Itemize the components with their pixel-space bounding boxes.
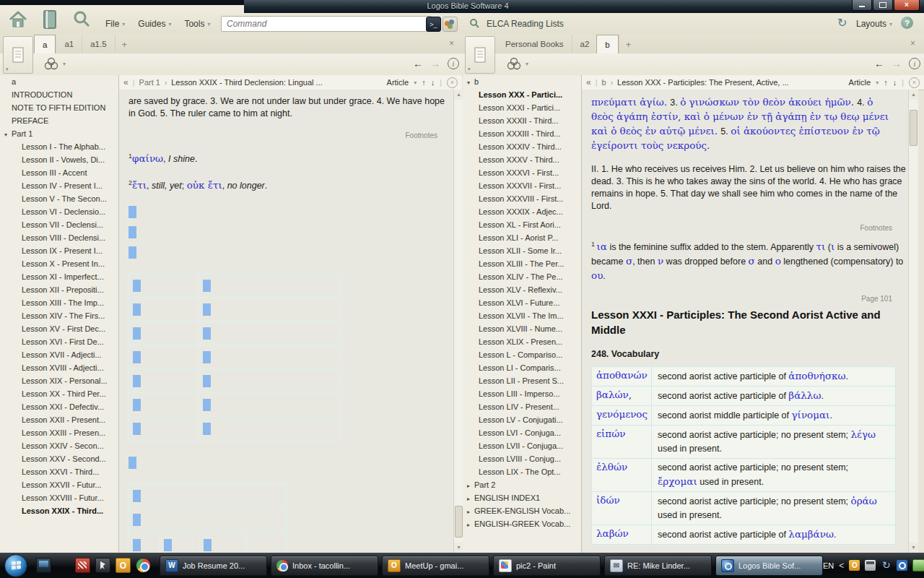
new-tab-button[interactable]: + xyxy=(115,35,134,53)
forward-icon[interactable]: → xyxy=(430,58,440,69)
scroll-down-icon[interactable]: ▼ xyxy=(909,543,918,553)
restore-button[interactable] xyxy=(873,0,893,11)
toc-item[interactable]: Lesson VIII - Declensi... xyxy=(0,231,118,244)
right-reading-content[interactable]: πνεύματι ἁγίω. 3. ὁ γινώσκων τὸν θεὸν ἀκ… xyxy=(582,90,908,553)
toc-item[interactable]: INTRODUCTION xyxy=(0,88,118,101)
chevron-down-icon[interactable]: ▾ xyxy=(467,77,474,88)
toc-item[interactable]: ▸Part 2 xyxy=(463,478,581,491)
breadcrumb-title[interactable]: Lesson XXIX - Third Declension: Lingual … xyxy=(171,78,323,87)
toc-item[interactable]: ▸GREEK-ENGLISH Vocab... xyxy=(463,504,581,517)
layouts-button[interactable]: Layouts ▾ xyxy=(856,19,892,29)
toc-item[interactable]: Lesson XLIV - The Pe... xyxy=(463,270,581,283)
tab-a1-5[interactable]: a1.5 xyxy=(82,35,114,53)
back-icon[interactable]: ← xyxy=(874,58,884,69)
left-reading-content[interactable]: are saved by grace. 3. We are not under … xyxy=(119,90,453,553)
toc-item[interactable]: Lesson XXII - Present... xyxy=(0,413,118,426)
global-search-text[interactable]: ELCA Reading Lists xyxy=(487,19,564,29)
toc-item[interactable]: Lesson XLIX - Presen... xyxy=(463,335,581,348)
toc-item[interactable]: Lesson XL - First Aori... xyxy=(463,218,581,231)
toc-item[interactable]: Lesson XX - Third Per... xyxy=(0,387,118,400)
toc-item[interactable]: Lesson XII - Prepositi... xyxy=(0,283,118,296)
forward-icon[interactable]: → xyxy=(892,58,902,69)
quick-monitor-icon[interactable] xyxy=(36,558,51,573)
toc-item[interactable]: a xyxy=(0,75,118,88)
toc-item[interactable]: Lesson XXXIV - Third... xyxy=(463,140,581,153)
right-panel-menu-button[interactable]: ▾ xyxy=(465,36,495,74)
toc-item[interactable]: Lesson LVIII - Conjug... xyxy=(463,452,581,465)
info-icon[interactable]: i xyxy=(909,58,920,69)
toc-item[interactable]: ▸ENGLISH INDEX1 xyxy=(463,491,581,504)
toc-item[interactable]: Lesson XXVI - Third... xyxy=(0,465,118,478)
toc-item[interactable]: Lesson XXVIII - Futur... xyxy=(0,491,118,504)
toc-item[interactable]: Lesson XXVII - Futur... xyxy=(0,478,118,491)
close-button[interactable]: × xyxy=(894,0,920,11)
toc-item[interactable]: NOTE TO FIFTH EDITION xyxy=(0,101,118,114)
toc-item[interactable]: PREFACE xyxy=(0,114,118,127)
toc-item[interactable]: Lesson XXXVI - First... xyxy=(463,166,581,179)
chevron-right-icon[interactable]: ▸ xyxy=(467,506,474,517)
toc-item[interactable]: Lesson XI - Imperfect... xyxy=(0,270,118,283)
toc-item[interactable]: Lesson II - Vowels, Di... xyxy=(0,153,118,166)
chevron-right-icon[interactable]: ▸ xyxy=(467,493,474,504)
home-button[interactable] xyxy=(4,7,32,33)
taskbar-button-outlook[interactable]: OMeetUp - gmai... xyxy=(382,556,489,576)
left-panel-menu-button[interactable]: ▾ xyxy=(3,36,33,74)
toc-item[interactable]: Lesson LI - Comparis... xyxy=(463,361,581,374)
tab-a2[interactable]: a2 xyxy=(572,35,598,53)
taskbar-button-logos[interactable]: Logos Bible Sof... xyxy=(715,556,823,576)
minimize-button[interactable] xyxy=(852,0,872,11)
close-reading-icon[interactable]: × xyxy=(909,77,920,88)
menu-tools[interactable]: Tools▾ xyxy=(184,19,210,29)
toc-item[interactable]: Lesson III - Accent xyxy=(0,166,118,179)
toc-item[interactable]: Lesson XXIV - Secon... xyxy=(0,439,118,452)
toc-item[interactable]: Lesson XXXVIII - First... xyxy=(463,192,581,205)
prev-article-icon[interactable]: ↑ xyxy=(884,78,888,87)
toc-item[interactable]: Lesson LVII - Conjuga... xyxy=(463,439,581,452)
start-button[interactable] xyxy=(4,554,27,577)
language-indicator[interactable]: EN xyxy=(823,561,834,570)
toc-item[interactable]: Lesson XXXV - Third... xyxy=(463,153,581,166)
toc-item[interactable]: Lesson L - Compariso... xyxy=(463,348,581,361)
quick-media-icon[interactable] xyxy=(95,558,110,573)
left-parallel-resources-button[interactable]: ▾ xyxy=(43,57,66,71)
scroll-up-icon[interactable]: ▲ xyxy=(909,90,918,100)
back-icon[interactable]: ← xyxy=(413,58,423,69)
next-article-icon[interactable]: ↓ xyxy=(893,78,897,87)
info-icon[interactable]: i xyxy=(448,58,459,69)
new-tab-button[interactable]: + xyxy=(619,35,638,53)
toc-item[interactable]: Lesson LIV - Present... xyxy=(463,400,581,413)
toc-item[interactable]: Lesson XXV - Second... xyxy=(0,452,118,465)
toc-item[interactable]: Lesson XLI - Aorist P... xyxy=(463,231,581,244)
toc-item[interactable]: Lesson XIII - The Imp... xyxy=(0,296,118,309)
toc-item[interactable]: Lesson LIII - Imperso... xyxy=(463,387,581,400)
quick-outlook-icon[interactable]: O xyxy=(116,558,131,573)
search-button[interactable] xyxy=(68,7,95,33)
magnifier-tray-icon[interactable] xyxy=(897,560,907,571)
taskbar-button-mail[interactable]: ✉RE: Mike Linder... xyxy=(604,556,712,576)
toc-item[interactable]: Lesson VII - Declensi... xyxy=(0,218,118,231)
menu-guides[interactable]: Guides▾ xyxy=(138,19,171,29)
toc-item[interactable]: Lesson LII - Present S... xyxy=(463,374,581,387)
hidden-icons-chevron[interactable]: < xyxy=(839,561,844,571)
left-scroll-thumb[interactable] xyxy=(455,506,463,538)
toc-item[interactable]: Lesson LIX - The Opt... xyxy=(463,465,581,478)
right-panel-close-icon[interactable]: × xyxy=(910,38,915,48)
right-parallel-resources-button[interactable]: ▾ xyxy=(506,57,528,71)
quick-chrome-icon[interactable] xyxy=(136,558,151,573)
toc-item[interactable]: Lesson XXX - Partici... xyxy=(463,88,581,101)
toc-item[interactable]: Lesson V - The Secon... xyxy=(0,192,118,205)
toc-item[interactable]: Lesson XXIX - Third... xyxy=(0,504,118,517)
toc-item[interactable]: Lesson XXXI - Partici... xyxy=(463,101,581,114)
people-groups-icon[interactable] xyxy=(443,17,458,32)
toc-item[interactable]: Lesson XLVI - Future... xyxy=(463,296,581,309)
taskbar-button-chrome[interactable]: Inbox - tacollin... xyxy=(271,556,378,576)
toc-item[interactable]: Lesson XIX - Personal... xyxy=(0,374,118,387)
toc-item[interactable]: Lesson XXXII - Third... xyxy=(463,114,581,127)
collapse-icon[interactable]: « xyxy=(586,77,591,87)
toc-item[interactable]: Lesson XXI - Defectiv... xyxy=(0,400,118,413)
toc-item[interactable]: Lesson XVII - Adjecti... xyxy=(0,348,118,361)
breadcrumb-root[interactable]: Part 1 xyxy=(139,78,160,87)
command-console-icon[interactable]: >_ xyxy=(426,17,441,32)
right-scrollbar[interactable]: ▲ ▼ xyxy=(908,90,918,553)
breadcrumb-root[interactable]: b xyxy=(602,78,606,87)
